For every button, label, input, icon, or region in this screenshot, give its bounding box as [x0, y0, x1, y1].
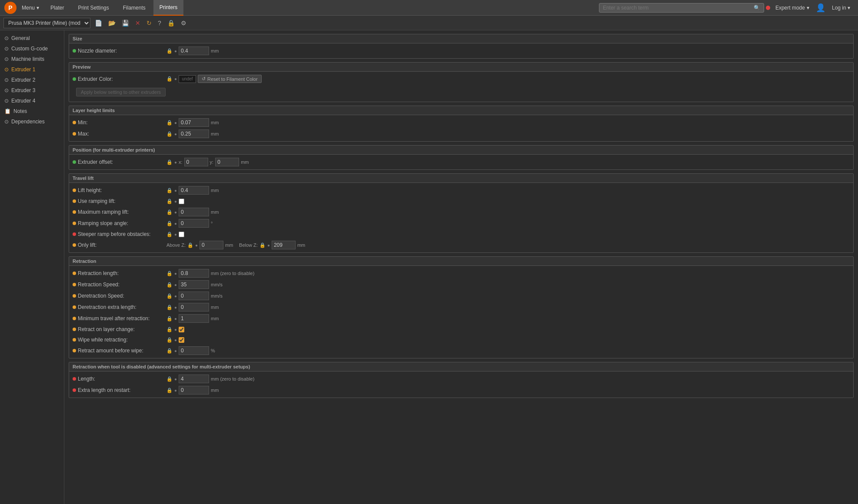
ret-wipe-lock[interactable]: 🔒 [166, 348, 173, 354]
max-indicator [73, 132, 76, 136]
extra-length-lock[interactable]: 🔒 [166, 388, 173, 393]
offset-lock[interactable]: 🔒 [166, 159, 173, 165]
nozzle-lock-icon[interactable]: 🔒 [166, 48, 173, 54]
expert-mode-chevron: ▾ [807, 5, 809, 11]
deretraction-speed-input[interactable] [179, 292, 209, 300]
offset-x-input[interactable] [184, 158, 208, 166]
wipe-retracting-row: Wipe while retracting: 🔒 ● [69, 335, 853, 345]
retract-layer-checkbox[interactable] [179, 327, 184, 332]
ramping-bullet: ● [174, 199, 177, 204]
slope-input[interactable] [179, 219, 209, 228]
retract-before-wipe-row: Retract amount before wipe: 🔒 ● % [69, 345, 853, 356]
use-ramping-checkbox[interactable] [179, 199, 184, 204]
steeper-lock[interactable]: 🔒 [166, 232, 173, 237]
wipe-lock[interactable]: 🔒 [166, 337, 173, 343]
deret-extra-lock[interactable]: 🔒 [166, 305, 173, 310]
sidebar-item-machine-limits[interactable]: ⊙ Machine limits [0, 54, 64, 64]
expert-mode-button[interactable]: Expert mode ▾ [772, 3, 813, 13]
disabled-length-input[interactable] [179, 375, 209, 383]
min-travel-input[interactable] [179, 314, 209, 323]
sidebar-item-extruder3[interactable]: ⊙ Extruder 3 [0, 85, 64, 96]
retraction-length-input[interactable] [179, 269, 209, 278]
lift-height-bullet: ● [174, 188, 177, 193]
steeper-ramp-checkbox[interactable] [179, 232, 184, 237]
lock-button[interactable]: 🔒 [166, 19, 176, 27]
sidebar-item-notes[interactable]: 📋 Notes [0, 106, 64, 116]
retract-before-wipe-input[interactable] [179, 346, 209, 355]
slope-lock[interactable]: 🔒 [166, 221, 173, 226]
save-button[interactable]: 💾 [120, 19, 131, 27]
nozzle-diameter-input[interactable] [179, 46, 209, 55]
wipe-checkbox[interactable] [179, 337, 184, 343]
ret-speed-lock[interactable]: 🔒 [166, 282, 173, 288]
sidebar-item-dependencies[interactable]: ⊙ Dependencies [0, 116, 64, 127]
user-icon-button[interactable]: 👤 [815, 2, 827, 14]
max-label: Max: [78, 131, 165, 137]
only-lift-label: Only lift: [78, 242, 165, 248]
ramping-controls: 🔒 ● [166, 199, 850, 204]
extra-length-input[interactable] [179, 386, 209, 395]
min-travel-lock[interactable]: 🔒 [166, 316, 173, 322]
refresh-button[interactable]: ↻ [145, 19, 153, 27]
sidebar-item-custom-gcode[interactable]: ⊙ Custom G-code [0, 43, 64, 54]
login-button[interactable]: Log in ▾ [828, 3, 854, 13]
lift-height-unit: mm [211, 188, 219, 193]
steeper-controls: 🔒 ● [166, 232, 850, 237]
extruder-color-label: Extruder Color: [78, 76, 165, 82]
sidebar-item-general[interactable]: ⊙ General [0, 33, 64, 43]
max-layer-height-input[interactable] [179, 129, 209, 138]
tab-printers[interactable]: Printers [153, 0, 183, 16]
only-lift-row: Only lift: Above Z: 🔒 ● mm Below Z: 🔒 ● … [69, 239, 853, 251]
printer-select[interactable]: Prusa MK3 Printer (Mine) (modified) [3, 18, 90, 28]
above-z-lock[interactable]: 🔒 [187, 242, 193, 248]
reset-to-filament-color-button[interactable]: ↺ Reset to Filament Color [198, 75, 262, 83]
travel-lift-section: Travel lift Lift height: 🔒 ● mm [69, 173, 854, 253]
ret-wipe-unit: % [211, 348, 219, 353]
max-ramping-input[interactable] [179, 208, 209, 216]
min-lock[interactable]: 🔒 [166, 120, 173, 126]
open-file-button[interactable]: 📂 [106, 19, 117, 27]
deret-speed-lock[interactable]: 🔒 [166, 293, 173, 299]
min-layer-height-input[interactable] [179, 118, 209, 127]
above-z-input[interactable] [200, 241, 223, 249]
sidebar-item-extruder1[interactable]: ⊙ Extruder 1 [0, 64, 64, 75]
content-area: Size Nozzle diameter: 🔒 ● mm Preview [64, 30, 858, 504]
deretraction-extra-input[interactable] [179, 303, 209, 312]
ret-layer-bullet: ● [174, 327, 177, 332]
extruder-offset-row: Extruder offset: 🔒 ● x: y: mm [69, 156, 853, 168]
xy-inputs: x: y: mm [179, 158, 249, 166]
tab-plater[interactable]: Plater [44, 0, 70, 16]
x-label: x: [179, 159, 183, 165]
retraction-speed-input[interactable] [179, 280, 209, 289]
offset-bullet: ● [174, 160, 177, 165]
sidebar-item-extruder4[interactable]: ⊙ Extruder 4 [0, 96, 64, 106]
max-lock[interactable]: 🔒 [166, 131, 173, 137]
sidebar-item-extruder2[interactable]: ⊙ Extruder 2 [0, 75, 64, 85]
profiles-button[interactable]: ⚙ [179, 19, 188, 27]
extruder-color-swatch[interactable]: undef [179, 75, 196, 83]
max-ramping-lock[interactable]: 🔒 [166, 209, 173, 215]
new-file-button[interactable]: 📄 [93, 19, 104, 27]
dis-length-lock[interactable]: 🔒 [166, 376, 173, 382]
ret-layer-lock[interactable]: 🔒 [166, 327, 173, 332]
offset-y-input[interactable] [215, 158, 239, 166]
help-button[interactable]: ? [156, 19, 163, 27]
retraction-header: Retraction [69, 257, 853, 266]
below-z-lock[interactable]: 🔒 [259, 242, 266, 248]
menu-button[interactable]: Menu ▾ [18, 3, 43, 13]
delete-button[interactable]: ✕ [133, 19, 142, 27]
lift-height-lock[interactable]: 🔒 [166, 188, 173, 193]
retract-layer-row: Retract on layer change: 🔒 ● [69, 324, 853, 335]
lift-height-input[interactable] [179, 186, 209, 195]
slope-controls: 🔒 ● ° [166, 219, 850, 228]
offset-indicator [73, 160, 76, 164]
search-input[interactable] [603, 5, 751, 11]
tab-print-settings[interactable]: Print Settings [72, 0, 115, 16]
ramping-lock[interactable]: 🔒 [166, 199, 173, 204]
below-z-input[interactable] [272, 241, 296, 249]
tab-filaments[interactable]: Filaments [117, 0, 152, 16]
extruder-color-lock[interactable]: 🔒 [166, 76, 173, 82]
extra-length-indicator [73, 388, 76, 392]
ret-length-lock[interactable]: 🔒 [166, 271, 173, 276]
apply-row: Apply below setting to other extruders [69, 84, 853, 100]
